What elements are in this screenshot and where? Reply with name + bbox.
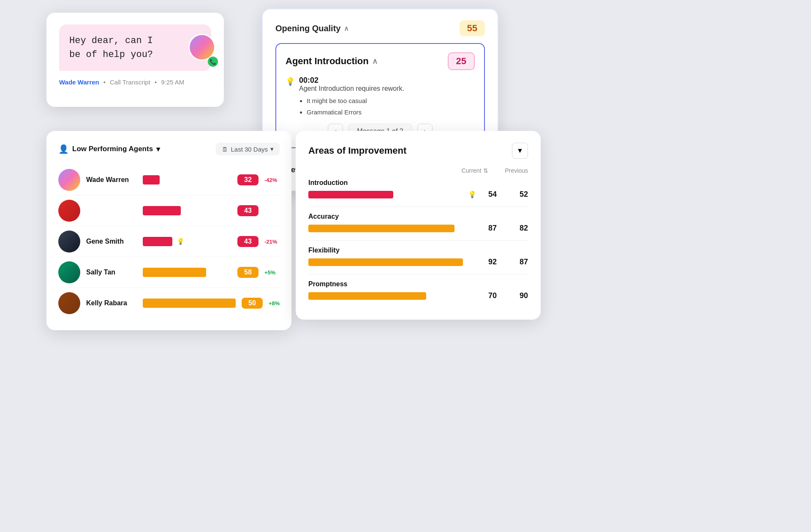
change-badge: +5% <box>264 269 280 276</box>
previous-score: 90 <box>513 291 528 300</box>
metric-label: Promptness <box>308 280 528 288</box>
agents-chevron-icon: ▾ <box>156 145 160 154</box>
phone-badge: 📞 <box>208 57 218 67</box>
agent-avatar <box>58 200 80 222</box>
low-performing-agents-filter[interactable]: 👤 Low Performing Agents ▾ <box>58 144 160 154</box>
improvement-title: Areas of Improvement <box>308 145 406 156</box>
metric-section: Promptness 70 90 <box>308 280 528 300</box>
metric-row: 70 90 <box>308 291 528 300</box>
change-badge: +8% <box>269 300 284 307</box>
lightbulb-icon: 💡 <box>286 77 295 86</box>
metric-bar-container <box>308 258 476 266</box>
agent-score: 43 <box>237 236 259 247</box>
chat-card: Hey dear, can I be of help you? 📞 Wade W… <box>46 13 224 107</box>
timestamp-row: 💡 00:02 Agent Introduction requires rewo… <box>286 76 475 118</box>
metric-row: 💡 54 52 <box>308 190 528 199</box>
agent-name: Kelly Rabara <box>86 299 137 307</box>
agents-title: Low Performing Agents <box>72 145 153 153</box>
metric-section: Flexibility 92 87 <box>308 247 528 266</box>
agent-bar-container <box>143 299 236 308</box>
rework-item: It might be too casual <box>307 95 404 106</box>
metric-scores: 70 90 <box>482 291 528 300</box>
opening-quality-chevron-icon[interactable]: ∧ <box>344 24 349 33</box>
agents-header: 👤 Low Performing Agents ▾ 🗓 Last 30 Days… <box>58 143 280 155</box>
rework-item: Grammatical Errors <box>307 106 404 118</box>
metric-bar <box>308 225 454 232</box>
metric-section: Introduction 💡 54 52 <box>308 179 528 199</box>
timestamp: 00:02 <box>299 76 404 85</box>
metric-scores: 87 82 <box>482 224 528 233</box>
date-chevron-icon: ▾ <box>270 145 274 153</box>
agents-card: 👤 Low Performing Agents ▾ 🗓 Last 30 Days… <box>46 131 291 330</box>
chat-bubble-text: Hey dear, can I be of help you? <box>69 35 153 60</box>
agent-bar-container <box>143 175 231 185</box>
opening-quality-title: Opening Quality ∧ <box>275 24 349 33</box>
rework-list: It might be too casual Grammatical Error… <box>299 95 404 118</box>
metric-row: 87 82 <box>308 224 528 233</box>
agent-intro-title: Agent Introduction ∧ <box>286 56 378 67</box>
agent-bar-container: 💡 <box>143 237 231 246</box>
message-time: 9:25 AM <box>161 79 184 86</box>
score-bar <box>143 299 236 308</box>
col-previous-header: Previous <box>505 167 528 174</box>
agent-intro-header: Agent Introduction ∧ 25 <box>286 52 475 70</box>
metric-bar <box>308 292 426 300</box>
agent-row: Gene Smith 💡 43 -21% <box>58 226 280 257</box>
previous-score: 87 <box>513 258 528 266</box>
agent-name: Wade Warren <box>86 176 137 184</box>
opening-quality-header: Opening Quality ∧ 55 <box>275 20 485 36</box>
change-badge: -21% <box>264 239 280 245</box>
previous-score: 52 <box>513 190 528 199</box>
metric-bar-container <box>308 292 476 300</box>
agent-score: 32 <box>237 174 259 185</box>
metric-scores: 92 87 <box>482 258 528 266</box>
metric-scores: 54 52 <box>482 190 528 199</box>
agent-bar-container <box>143 206 231 215</box>
metric-label: Accuracy <box>308 213 528 220</box>
metric-section: Accuracy 87 82 <box>308 213 528 233</box>
agent-name: Sally Tan <box>86 269 137 276</box>
agent-avatar <box>58 261 80 283</box>
col-headers: Current ⇅ Previous <box>308 167 528 174</box>
metric-label: Introduction <box>308 179 528 187</box>
agent-avatar <box>58 169 80 191</box>
agent-row: Wade Warren 32 -42% <box>58 165 280 195</box>
improvement-header: Areas of Improvement ▼ <box>308 143 528 159</box>
agent-row: Sally Tan 58 +5% <box>58 257 280 288</box>
lightbulb-icon: 💡 <box>468 190 476 198</box>
transcript-label: Call Transcript <box>110 79 150 86</box>
agent-intro-score: 25 <box>448 52 475 70</box>
filter-button[interactable]: ▼ <box>512 143 528 159</box>
current-score: 87 <box>482 224 497 233</box>
metric-row: 92 87 <box>308 258 528 266</box>
current-score: 70 <box>482 291 497 300</box>
agent-name: Gene Smith <box>86 238 137 245</box>
agent-intro-chevron-icon[interactable]: ∧ <box>372 57 378 66</box>
col-current-header: Current ⇅ <box>462 167 488 174</box>
chat-meta: Wade Warren • Call Transcript • 9:25 AM <box>59 79 211 86</box>
calendar-icon: 🗓 <box>222 146 228 153</box>
current-score: 92 <box>482 258 497 266</box>
lightbulb-icon: 💡 <box>177 238 185 245</box>
score-bar <box>143 268 206 277</box>
agent-row: 43 <box>58 195 280 226</box>
agent-row: Kelly Rabara 50 +8% <box>58 288 280 318</box>
opening-quality-score: 55 <box>460 20 485 36</box>
agent-score: 43 <box>237 205 259 216</box>
agent-score: 50 <box>242 298 263 309</box>
previous-score: 82 <box>513 224 528 233</box>
metric-bar-container <box>308 191 463 198</box>
score-bar <box>143 206 181 215</box>
agent-bar-container <box>143 268 231 277</box>
current-score: 54 <box>482 190 497 199</box>
metric-bar <box>308 258 463 266</box>
agent-avatar <box>58 231 80 252</box>
sort-icon[interactable]: ⇅ <box>483 167 488 174</box>
agent-name: Wade Warren <box>59 79 99 86</box>
metric-bar <box>308 191 393 198</box>
agent-score: 58 <box>237 267 259 278</box>
metric-label: Flexibility <box>308 247 528 254</box>
date-filter[interactable]: 🗓 Last 30 Days ▾ <box>216 143 280 155</box>
date-label: Last 30 Days <box>231 146 268 153</box>
improvement-card: Areas of Improvement ▼ Current ⇅ Previou… <box>296 131 541 320</box>
